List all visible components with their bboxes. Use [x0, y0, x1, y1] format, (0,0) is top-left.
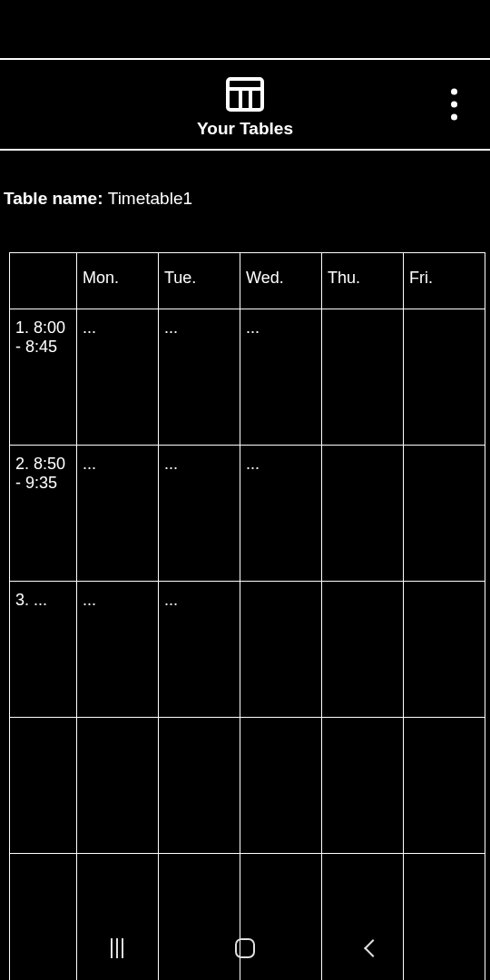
timetable: Mon. Tue. Wed. Thu. Fri. 1. 8:00 - 8:45 … — [9, 252, 485, 980]
schedule-cell[interactable]: ... — [240, 446, 322, 582]
schedule-cell[interactable] — [404, 446, 485, 582]
status-bar — [0, 0, 490, 58]
table-row: 2. 8:50 - 9:35 ... ... ... — [10, 446, 485, 582]
table-row: 1. 8:00 - 8:45 ... ... ... — [10, 309, 485, 446]
header-cell-tue: Tue. — [159, 253, 240, 309]
schedule-cell[interactable] — [404, 582, 485, 718]
svg-rect-0 — [228, 79, 262, 110]
header-cell-thu: Thu. — [322, 253, 404, 309]
time-cell[interactable] — [10, 718, 77, 854]
nav-back-button[interactable] — [364, 939, 382, 957]
schedule-cell[interactable] — [240, 718, 322, 854]
table-header-row: Mon. Tue. Wed. Thu. Fri. — [10, 253, 485, 309]
nav-recent-button[interactable] — [111, 938, 123, 958]
schedule-cell[interactable] — [322, 718, 404, 854]
overflow-menu-button[interactable] — [442, 80, 466, 130]
schedule-cell[interactable]: ... — [77, 446, 159, 582]
schedule-cell[interactable] — [404, 718, 485, 854]
table-name-value: Timetable1 — [108, 189, 192, 208]
time-cell[interactable]: 2. 8:50 - 9:35 — [10, 446, 77, 582]
header-title: Your Tables — [197, 119, 293, 139]
time-cell[interactable]: 3. ... — [10, 582, 77, 718]
schedule-cell[interactable] — [322, 309, 404, 446]
schedule-cell[interactable] — [322, 582, 404, 718]
schedule-cell[interactable] — [159, 718, 240, 854]
schedule-cell[interactable] — [404, 309, 485, 446]
nav-home-button[interactable] — [235, 938, 255, 958]
schedule-cell[interactable]: ... — [159, 309, 240, 446]
schedule-cell[interactable]: ... — [159, 582, 240, 718]
schedule-cell[interactable]: ... — [77, 582, 159, 718]
header-cell-mon: Mon. — [77, 253, 159, 309]
schedule-cell[interactable] — [77, 718, 159, 854]
schedule-cell[interactable]: ... — [77, 309, 159, 446]
app-header: Your Tables — [0, 58, 490, 151]
table-row — [10, 718, 485, 854]
header-cell-fri: Fri. — [404, 253, 485, 309]
table-row: 3. ... ... ... — [10, 582, 485, 718]
table-icon — [226, 77, 264, 115]
schedule-cell[interactable]: ... — [159, 446, 240, 582]
table-name-section: Table name: Timetable1 — [0, 151, 490, 209]
schedule-cell[interactable] — [240, 582, 322, 718]
header-cell-wed: Wed. — [240, 253, 322, 309]
navigation-bar — [0, 916, 490, 980]
header-cell-time — [10, 253, 77, 309]
timetable-container: Mon. Tue. Wed. Thu. Fri. 1. 8:00 - 8:45 … — [0, 252, 490, 980]
table-name-label: Table name: — [4, 189, 108, 208]
time-cell[interactable]: 1. 8:00 - 8:45 — [10, 309, 77, 446]
schedule-cell[interactable]: ... — [240, 309, 322, 446]
schedule-cell[interactable] — [322, 446, 404, 582]
